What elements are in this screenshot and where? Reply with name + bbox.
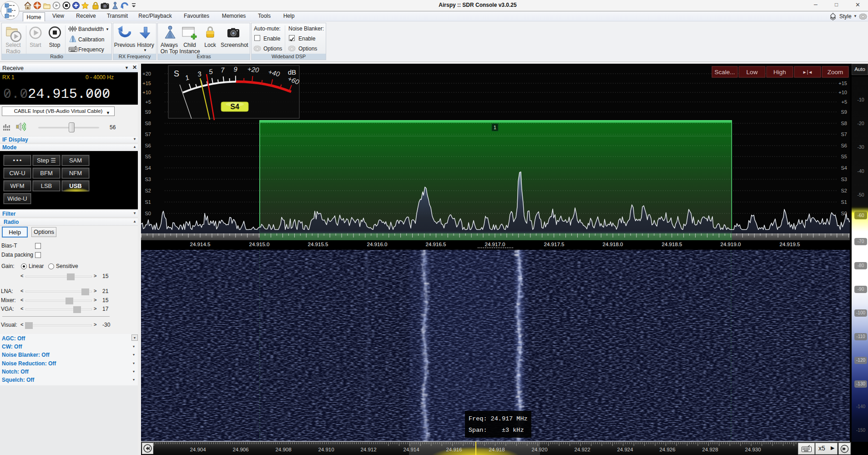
- svg-text:24.917.0: 24.917.0: [485, 242, 505, 247]
- svg-text:S9: S9: [145, 109, 151, 115]
- svg-text:S1: S1: [145, 199, 151, 205]
- svg-text:Zoom: Zoom: [828, 69, 843, 76]
- svg-text:S7: S7: [841, 131, 847, 137]
- svg-text:+20: +20: [247, 65, 260, 74]
- svg-text:S3: S3: [841, 177, 847, 182]
- svg-text:S4: S4: [145, 165, 151, 171]
- svg-text:24.919.0: 24.919.0: [721, 242, 741, 247]
- svg-text:S: S: [174, 69, 179, 78]
- svg-text:24.917.5: 24.917.5: [544, 242, 565, 247]
- svg-text:S5: S5: [145, 154, 151, 159]
- svg-text:S5: S5: [841, 154, 847, 159]
- svg-text:+5: +5: [841, 99, 847, 105]
- svg-text:High: High: [773, 69, 786, 76]
- svg-text:S7: S7: [145, 131, 151, 137]
- svg-text:►|◄: ►|◄: [802, 70, 812, 75]
- svg-text:24.916.5: 24.916.5: [426, 242, 446, 247]
- svg-text:Scale...: Scale...: [714, 69, 735, 76]
- svg-text:S2: S2: [145, 188, 151, 193]
- svg-text:9: 9: [233, 65, 237, 73]
- svg-text:Low: Low: [747, 69, 758, 76]
- svg-text:24.919.5: 24.919.5: [780, 242, 800, 247]
- svg-text:24.915.0: 24.915.0: [249, 242, 270, 247]
- svg-text:+15: +15: [142, 81, 151, 86]
- svg-text:S0: S0: [145, 211, 151, 216]
- svg-text:24.914.5: 24.914.5: [190, 242, 211, 247]
- svg-text:+10: +10: [838, 90, 847, 95]
- svg-text:1: 1: [494, 125, 496, 130]
- svg-text:S6: S6: [841, 143, 847, 148]
- svg-text:+20: +20: [142, 71, 151, 76]
- svg-text:24.915.5: 24.915.5: [308, 242, 328, 247]
- svg-text:S3: S3: [145, 177, 151, 182]
- svg-text:S1: S1: [841, 199, 847, 205]
- svg-text:S8: S8: [145, 121, 151, 126]
- svg-text:S8: S8: [841, 121, 847, 126]
- svg-text:S4: S4: [841, 165, 847, 171]
- svg-text:24.918.5: 24.918.5: [662, 242, 682, 247]
- svg-text:24.918.0: 24.918.0: [603, 242, 623, 247]
- svg-text:+10: +10: [142, 90, 151, 95]
- svg-text:24.916.0: 24.916.0: [367, 242, 388, 247]
- svg-text:S4: S4: [230, 103, 239, 111]
- svg-text:S6: S6: [145, 143, 151, 148]
- svg-text:S9: S9: [841, 109, 847, 115]
- svg-text:S2: S2: [841, 188, 847, 193]
- svg-text:+15: +15: [838, 81, 847, 86]
- svg-text:+5: +5: [145, 99, 151, 105]
